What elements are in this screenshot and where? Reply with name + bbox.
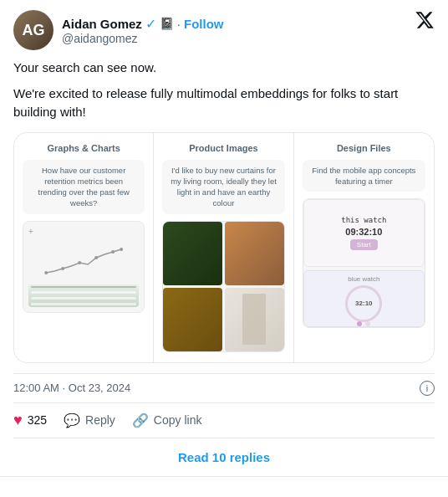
chart-preview: + [23, 221, 145, 313]
design-preview: this watch 09:32:10 Start blue watch 32:… [303, 198, 425, 328]
chart-svg [28, 239, 139, 281]
follow-button[interactable]: Follow [184, 17, 224, 31]
heart-icon: ♥ [13, 412, 23, 429]
timestamp-date: Oct 23, 2024 [69, 382, 130, 394]
col3-title: Design Files [303, 143, 425, 153]
col1-query: How have our customer retention metrics … [23, 160, 145, 214]
curtain-shape [242, 294, 266, 345]
timer-dots [357, 321, 370, 326]
col-graphs: Graphs & Charts How have our customer re… [14, 133, 154, 362]
like-count: 325 [28, 413, 47, 427]
svg-point-3 [94, 256, 98, 259]
media-columns: Graphs & Charts How have our customer re… [14, 133, 434, 362]
timestamp-separator: · [63, 382, 66, 394]
actions-row: ♥ 325 💬 Reply 🔗 Copy link [13, 402, 435, 438]
reply-button[interactable]: 💬 Reply [64, 412, 115, 428]
line-chart [28, 239, 139, 281]
chart-icon: + [28, 227, 139, 236]
timestamp: 12:00 AM · Oct 23, 2024 [13, 382, 130, 394]
reply-icon: 💬 [64, 412, 80, 428]
col1-title: Graphs & Charts [23, 143, 145, 153]
product-grid [162, 221, 284, 352]
notebook-emoji: 📓 [160, 17, 174, 30]
timestamp-row: 12:00 AM · Oct 23, 2024 i [13, 373, 435, 402]
read-replies-button[interactable]: Read 10 replies [13, 438, 435, 476]
copy-link-button[interactable]: 🔗 Copy link [132, 412, 202, 428]
design-card-2: blue watch 32:10 [303, 270, 425, 328]
product-image-1 [163, 222, 222, 285]
avatar-image: AG [13, 10, 53, 50]
product-image-2 [225, 222, 284, 285]
col-design: Design Files Find the mobile app concept… [294, 133, 434, 362]
user-info: Aidan Gomez ✓ 📓 · Follow @aidangomez [62, 16, 224, 45]
svg-point-5 [120, 248, 123, 251]
name-row: Aidan Gomez ✓ 📓 · Follow [62, 16, 224, 32]
tweet-container: AG Aidan Gomez ✓ 📓 · Follow @aidangomez [0, 0, 448, 477]
watch-label: blue watch [348, 275, 379, 283]
circular-timer-container: blue watch 32:10 [345, 275, 382, 322]
col3-query: Find the mobile app concepts featuring a… [303, 160, 425, 192]
display-name: Aidan Gomez [62, 17, 142, 31]
svg-point-1 [61, 267, 64, 270]
col2-title: Product Images [162, 143, 284, 153]
design-card-1: this watch 09:32:10 Start [303, 199, 425, 267]
circular-timer-time: 32:10 [355, 300, 372, 307]
product-images [163, 222, 283, 351]
timer-time: 09:32:10 [345, 227, 382, 237]
reply-label: Reply [85, 413, 115, 427]
header-left: AG Aidan Gomez ✓ 📓 · Follow @aidangomez [13, 10, 224, 50]
tweet-line2: We're excited to release fully multimoda… [13, 85, 435, 122]
product-image-4 [225, 288, 284, 351]
tweet-line1: Your search can see now. [13, 59, 435, 78]
link-icon: 🔗 [132, 412, 149, 428]
tweet-text: Your search can see now. We're excited t… [13, 59, 435, 122]
avatar: AG [13, 10, 53, 50]
circular-timer: 32:10 [345, 285, 382, 322]
x-logo [415, 10, 435, 33]
like-button[interactable]: ♥ 325 [13, 412, 47, 429]
username-row: @aidangomez [62, 32, 224, 45]
table-preview [28, 284, 139, 307]
dot-light [365, 321, 370, 326]
username: @aidangomez [62, 32, 138, 45]
dot-separator: · [177, 17, 181, 31]
product-image-3 [163, 288, 222, 351]
copy-link-label: Copy link [154, 413, 202, 427]
info-icon[interactable]: i [420, 381, 435, 396]
svg-point-4 [111, 250, 115, 254]
svg-point-2 [78, 261, 81, 264]
timer-label: this watch [341, 216, 386, 224]
col-products: Product Images I'd like to buy new curta… [154, 133, 293, 362]
tweet-header: AG Aidan Gomez ✓ 📓 · Follow @aidangomez [13, 10, 435, 50]
col2-query: I'd like to buy new curtains for my livi… [162, 160, 284, 214]
media-card: Graphs & Charts How have our customer re… [13, 132, 435, 363]
dot-pink [357, 321, 362, 326]
svg-point-0 [44, 271, 48, 274]
timer-start-btn: Start [350, 239, 378, 250]
verified-icon: ✓ [145, 16, 156, 32]
timestamp-time: 12:00 AM [13, 382, 59, 394]
